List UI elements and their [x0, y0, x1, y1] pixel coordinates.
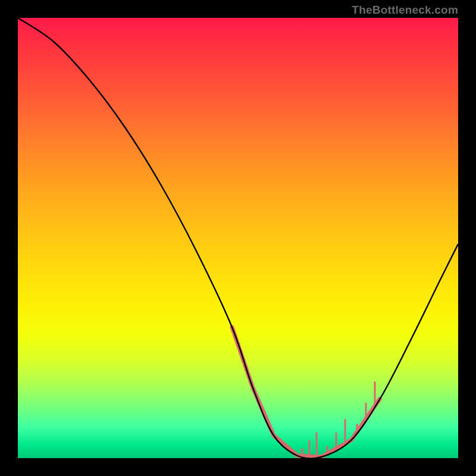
chart-svg [18, 18, 458, 458]
plot-area [18, 18, 458, 458]
watermark-text: TheBottleneck.com [352, 4, 458, 17]
bottleneck-curve [18, 18, 458, 458]
chart-container: TheBottleneck.com [0, 0, 476, 476]
